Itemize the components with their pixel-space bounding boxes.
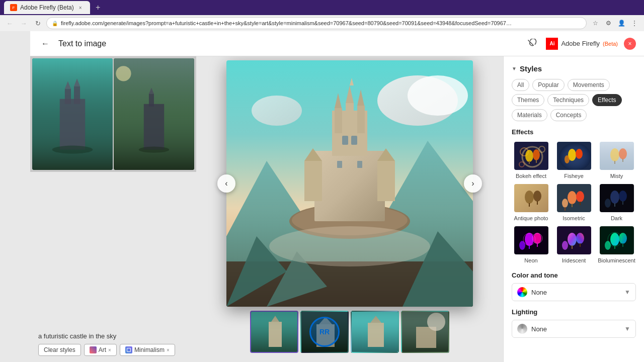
- gallery-thumb-right[interactable]: [114, 58, 194, 170]
- effects-grid: Bokeh effect: [512, 141, 636, 263]
- effect-antique[interactable]: Antique photo: [512, 183, 550, 221]
- menu-button[interactable]: ⋮: [629, 18, 640, 29]
- filter-tab-techniques[interactable]: Techniques: [547, 94, 589, 106]
- minimalism-label: Minimalism: [134, 346, 165, 353]
- bookmark-button[interactable]: ☆: [590, 18, 601, 29]
- tab-close-button[interactable]: ×: [77, 4, 84, 11]
- right-panel: ▼ Styles All Popular Movements Themes Te…: [503, 56, 644, 362]
- art-style-tag[interactable]: Art ×: [84, 344, 117, 356]
- svg-point-73: [565, 155, 570, 163]
- svg-rect-79: [622, 159, 623, 162]
- effect-bioluminescent[interactable]: Bioluminescent: [597, 225, 636, 263]
- art-remove-button[interactable]: ×: [108, 347, 111, 353]
- lighting-none-label: None: [531, 325, 547, 333]
- thumbnail-strip: RR: [250, 311, 449, 353]
- back-button[interactable]: ←: [4, 18, 15, 29]
- svg-rect-3: [65, 89, 71, 104]
- next-image-button[interactable]: ›: [464, 174, 482, 193]
- effect-iridescent-thumb: [556, 225, 592, 255]
- notification-icon[interactable]: [524, 36, 540, 52]
- lighting-title: Lighting: [512, 308, 636, 316]
- svg-rect-37: [377, 161, 395, 201]
- thumbnail-3[interactable]: [351, 311, 399, 353]
- svg-rect-106: [537, 243, 538, 247]
- effect-neon[interactable]: Neon: [512, 225, 550, 263]
- svg-rect-35: [357, 161, 362, 168]
- filter-tab-all[interactable]: All: [512, 79, 529, 91]
- color-tone-dropdown[interactable]: None ▼: [512, 283, 636, 301]
- effect-bokeh[interactable]: Bokeh effect: [512, 141, 550, 179]
- clear-styles-button[interactable]: Clear styles: [38, 344, 81, 356]
- effect-bokeh-label: Bokeh effect: [516, 173, 546, 179]
- minimalism-remove-button[interactable]: ×: [167, 347, 170, 353]
- address-bar[interactable]: 🔒 firefly.adobe.com/generate/images?prom…: [46, 17, 587, 29]
- color-tone-title: Color and tone: [512, 272, 636, 279]
- svg-rect-92: [565, 207, 566, 211]
- svg-rect-105: [529, 245, 530, 249]
- browser-chrome: F Adobe Firefly (Beta) × + ← → ↻ 🔒 firef…: [0, 0, 644, 31]
- svg-rect-90: [572, 204, 573, 207]
- color-dot: [517, 287, 527, 297]
- prev-image-button[interactable]: ‹: [217, 174, 235, 193]
- svg-point-59: [427, 313, 445, 331]
- lighting-dropdown[interactable]: None ▼: [512, 320, 636, 338]
- featured-image: [226, 60, 473, 307]
- filter-tab-themes[interactable]: Themes: [512, 94, 544, 106]
- gallery-thumb-left[interactable]: [32, 58, 113, 170]
- effect-fisheye-label: Fisheye: [564, 173, 584, 179]
- filter-tab-concepts[interactable]: Concepts: [550, 109, 587, 121]
- svg-point-13: [139, 147, 170, 153]
- effect-isometric[interactable]: Isometric: [554, 183, 593, 221]
- new-tab-button[interactable]: +: [92, 2, 104, 14]
- svg-point-89: [562, 199, 568, 208]
- forward-button[interactable]: →: [18, 18, 29, 29]
- style-tags: Clear styles Art × Minimalism ×: [38, 344, 188, 356]
- svg-rect-68: [536, 160, 537, 163]
- filter-tab-popular[interactable]: Popular: [532, 79, 564, 91]
- filter-tab-movements[interactable]: Movements: [568, 79, 610, 91]
- effect-iridescent-label: Iridescent: [562, 257, 586, 263]
- filter-tab-materials[interactable]: Materials: [512, 109, 547, 121]
- thumbnail-4[interactable]: [401, 311, 449, 353]
- featured-area: ‹ › RR: [196, 56, 503, 362]
- reload-button[interactable]: ↻: [32, 18, 43, 29]
- svg-rect-32: [342, 136, 348, 145]
- svg-rect-54: [368, 323, 384, 347]
- svg-point-82: [525, 191, 534, 204]
- thumbnail-1[interactable]: [250, 311, 298, 353]
- gallery-strip: [30, 56, 196, 172]
- filter-tab-effects[interactable]: Effects: [592, 94, 621, 106]
- svg-point-66: [533, 149, 540, 160]
- effect-dark-thumb: [599, 183, 635, 213]
- active-tab[interactable]: F Adobe Firefly (Beta) ×: [4, 1, 90, 14]
- art-icon: [90, 346, 97, 353]
- minimalism-style-tag[interactable]: Minimalism ×: [120, 344, 175, 356]
- svg-rect-4: [74, 86, 80, 104]
- prompt-text: a futuristic castle in the sky: [38, 332, 188, 340]
- extensions-button[interactable]: ⚙: [603, 18, 614, 29]
- thumbnail-2[interactable]: RR: [300, 311, 349, 353]
- svg-rect-34: [337, 161, 342, 168]
- effect-dark[interactable]: Dark: [597, 183, 636, 221]
- svg-point-72: [576, 149, 583, 159]
- effect-fisheye[interactable]: Fisheye: [554, 141, 593, 179]
- adobe-logo: Ai Adobe Firefly (Beta): [546, 38, 618, 50]
- lighting-chevron: ▼: [624, 325, 630, 332]
- svg-rect-25: [335, 108, 342, 133]
- effect-misty[interactable]: Misty: [597, 141, 636, 179]
- app-header: ← Text to image Ai Adobe Firefly (Beta) …: [30, 31, 644, 56]
- svg-point-88: [576, 191, 584, 202]
- svg-point-17: [408, 75, 468, 116]
- lighting-dropdown-left: None: [517, 324, 547, 334]
- svg-rect-27: [346, 103, 354, 133]
- art-label: Art: [99, 346, 106, 353]
- back-nav-button[interactable]: ←: [38, 37, 52, 51]
- profile-button[interactable]: 👤: [616, 18, 627, 29]
- svg-point-94: [610, 191, 619, 204]
- svg-point-18: [252, 96, 302, 126]
- effect-iridescent[interactable]: Iridescent: [554, 225, 593, 263]
- svg-rect-112: [580, 243, 581, 247]
- prompt-area: a futuristic castle in the sky Clear sty…: [30, 326, 196, 362]
- svg-rect-10: [144, 104, 164, 150]
- close-button[interactable]: ×: [624, 38, 636, 50]
